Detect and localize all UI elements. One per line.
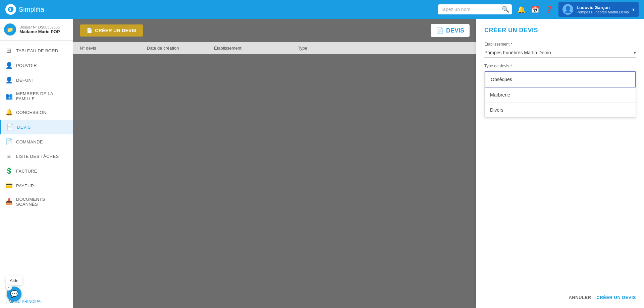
user-menu[interactable]: 👤 Ludovic Garçon Pompes Funèbres Martin …	[558, 2, 639, 17]
user-name: Ludovic Garçon	[577, 5, 629, 10]
page-title: DEVIS	[446, 27, 464, 34]
create-devis-label: CRÉER UN DEVIS	[95, 28, 136, 33]
page-title-box: 📄 DEVIS	[431, 24, 470, 37]
sidebar-item-label: COMMANDE	[16, 139, 43, 144]
col-date: Date de création	[147, 46, 214, 51]
sidebar-item-label: POUVOIR	[16, 63, 37, 68]
option-label: Marbrerie	[490, 92, 510, 98]
user-info: Ludovic Garçon Pompes Funèbres Martin De…	[577, 5, 629, 14]
col-numero: N° devis	[80, 46, 147, 51]
app-header: S Simplifia 🔍 🔔 📅 ❓ 👤 Ludovic Garçon Pom…	[0, 0, 644, 19]
col-type: Type	[298, 46, 365, 51]
list-icon: ≡	[5, 153, 13, 160]
people-icon: 👥	[5, 93, 13, 100]
main-content: 📄 CRÉER UN DEVIS 📄 DEVIS N° devis Date d…	[73, 19, 476, 308]
sidebar-item-documents-scannes[interactable]: 📥 DOCUMENTS SCANNÉS	[0, 193, 73, 210]
notification-icon[interactable]: 🔔	[517, 5, 526, 13]
main-toolbar: 📄 CRÉER UN DEVIS 📄 DEVIS	[73, 19, 476, 42]
type-devis-group: Type de devis *	[484, 64, 636, 68]
sidebar-item-pouvoir[interactable]: 👤 POUVOIR	[0, 58, 73, 73]
sidebar-item-membres-famille[interactable]: 👥 MEMBRES DE LA FAMILLE	[0, 87, 73, 105]
dollar-icon: 💲	[5, 167, 13, 175]
sidebar-item-facture[interactable]: 💲 FACTURE	[0, 164, 73, 178]
right-panel: CRÉER UN DEVIS Établissement * Pompes Fu…	[476, 19, 644, 308]
table-header: N° devis Date de création Établissement …	[73, 42, 476, 54]
help-icon[interactable]: ❓	[545, 5, 553, 13]
sidebar-nav: ⊞ TABLEAU DE BORD 👤 POUVOIR 👤 DÉFUNT 👥 M…	[0, 41, 73, 295]
sidebar-item-label: PAYEUR	[16, 183, 34, 188]
dossier-details: Dossier N° DS00359538 Madame Marie POP	[19, 25, 60, 34]
svg-text:S: S	[9, 8, 11, 11]
dossier-name: Madame Marie POP	[19, 29, 60, 34]
cancel-button[interactable]: ANNULER	[569, 295, 591, 300]
type-devis-label: Type de devis *	[484, 64, 636, 68]
sidebar-item-commande[interactable]: 📄 COMMANDE	[0, 134, 73, 149]
app-name: Simplifia	[19, 6, 44, 13]
etablissement-group: Établissement * Pompes Funèbres Martin D…	[484, 42, 636, 58]
inbox-icon: 📥	[5, 198, 13, 205]
header-icons: 🔔 📅 ❓	[517, 5, 553, 13]
sidebar-item-devis[interactable]: 📄 DEVIS	[0, 120, 73, 134]
sidebar-item-label: DEVIS	[17, 125, 31, 130]
calendar-icon[interactable]: 📅	[531, 5, 539, 13]
type-devis-dropdown: Obsèques Marbrerie Divers	[484, 71, 636, 118]
logo-icon: S	[5, 4, 16, 15]
sidebar: 📁 Dossier N° DS00359538 Madame Marie POP…	[0, 19, 73, 308]
chat-icon: 💬	[10, 290, 18, 298]
chevron-down-icon: ▾	[634, 50, 636, 55]
app-logo: S Simplifia	[5, 4, 44, 15]
avatar: 👤	[562, 4, 573, 15]
sidebar-item-label: TABLEAU DE BORD	[16, 48, 58, 53]
search-box[interactable]: 🔍	[438, 4, 512, 14]
bell-icon: 🔔	[5, 109, 13, 116]
person-icon: 👤	[5, 62, 13, 69]
sidebar-item-label: FACTURE	[16, 169, 37, 174]
create-devis-button[interactable]: 📄 CRÉER UN DEVIS	[80, 24, 143, 37]
sidebar-item-label: MEMBRES DE LA FAMILLE	[16, 91, 67, 101]
user-company: Pompes Funèbres Martin Demo	[577, 10, 629, 14]
document-icon: 📄	[87, 28, 92, 33]
dossier-info: 📁 Dossier N° DS00359538 Madame Marie POP	[0, 19, 73, 41]
panel-title: CRÉER UN DEVIS	[484, 27, 636, 34]
etablissement-label: Établissement *	[484, 42, 636, 47]
etablissement-select[interactable]: Pompes Funèbres Martin Demo ▾	[484, 48, 636, 58]
sidebar-item-label: CONCESSION	[16, 110, 46, 115]
help-bubble: Aide × 💬	[7, 287, 21, 301]
main-layout: 📁 Dossier N° DS00359538 Madame Marie POP…	[0, 19, 644, 308]
sidebar-item-liste-taches[interactable]: ≡ LISTE DES TÂCHES	[0, 149, 73, 164]
chevron-down-icon: ▾	[632, 7, 635, 12]
option-label: Obsèques	[491, 77, 512, 82]
col-etablissement: Établissement	[214, 46, 298, 51]
option-divers[interactable]: Divers	[485, 103, 636, 117]
dossier-icon: 📁	[4, 23, 16, 36]
grid-icon: ⊞	[5, 47, 13, 54]
sidebar-item-concession[interactable]: 🔔 CONCESSION	[0, 105, 73, 120]
sidebar-item-defunt[interactable]: 👤 DÉFUNT	[0, 73, 73, 87]
card-icon: 💳	[5, 182, 13, 189]
sidebar-item-tableau-de-bord[interactable]: ⊞ TABLEAU DE BORD	[0, 43, 73, 58]
person-icon: 👤	[5, 76, 13, 84]
sidebar-item-label: DOCUMENTS SCANNÉS	[16, 197, 67, 207]
option-label: Divers	[490, 107, 503, 113]
etablissement-value: Pompes Funèbres Martin Demo	[484, 50, 551, 55]
sidebar-item-label: LISTE DES TÂCHES	[16, 154, 59, 159]
dossier-number: Dossier N° DS00359538	[19, 25, 60, 29]
option-obseques[interactable]: Obsèques	[485, 71, 636, 87]
devis-icon: 📄	[436, 27, 443, 34]
sidebar-item-payeur[interactable]: 💳 PAYEUR	[0, 178, 73, 193]
help-close-button[interactable]: ×	[5, 284, 12, 291]
search-icon[interactable]: 🔍	[502, 6, 509, 13]
create-button[interactable]: CRÉER UN DEVIS	[596, 295, 636, 300]
search-input[interactable]	[441, 7, 502, 12]
document-icon: 📄	[6, 123, 14, 131]
option-marbrerie[interactable]: Marbrerie	[485, 87, 636, 103]
document-icon: 📄	[5, 138, 13, 145]
sidebar-item-label: DÉFUNT	[16, 78, 35, 83]
panel-actions: ANNULER CRÉER UN DEVIS	[569, 295, 636, 300]
